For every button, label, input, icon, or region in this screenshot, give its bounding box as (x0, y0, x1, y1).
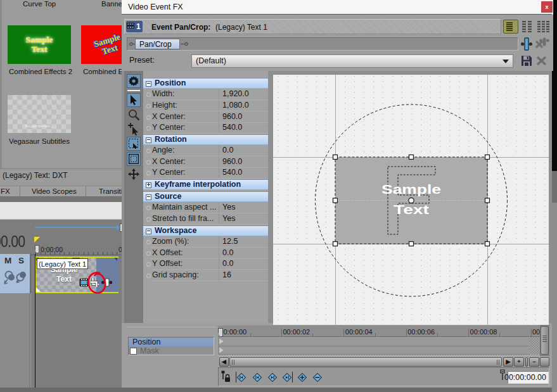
svg-text:Text: Text (394, 202, 429, 217)
svg-text:Sample: Sample (381, 182, 441, 196)
